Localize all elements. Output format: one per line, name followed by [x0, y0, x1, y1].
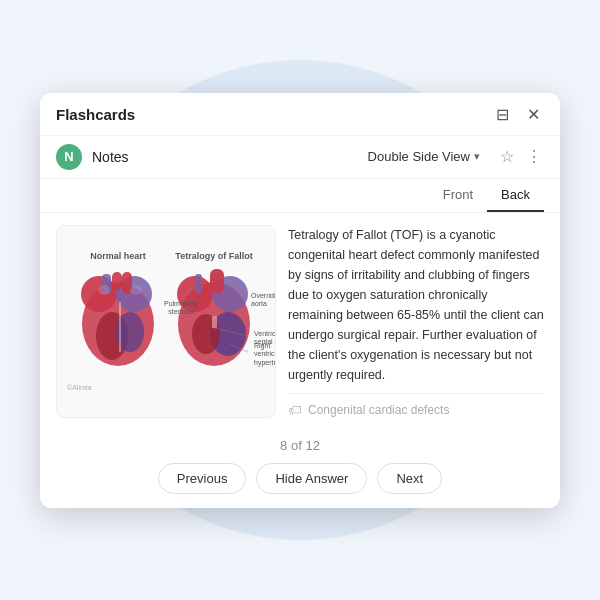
svg-rect-18: [212, 316, 217, 328]
notes-label: Notes: [92, 149, 350, 165]
tag-label: Congenital cardiac defects: [308, 403, 449, 417]
normal-heart-svg: [74, 264, 162, 374]
heart-diagram-container: Normal heart: [65, 251, 267, 391]
tab-front[interactable]: Front: [429, 179, 487, 212]
flashcard-window: Flashcards ⊟ ✕ N Notes Double Side View …: [40, 93, 560, 508]
copyright-text: ©Alinda: [67, 384, 92, 391]
title-bar: Flashcards ⊟ ✕: [40, 93, 560, 136]
notes-icon-badge: N: [56, 144, 82, 170]
toolbar-actions: ☆ ⋮: [498, 145, 544, 168]
hide-answer-button[interactable]: Hide Answer: [256, 463, 367, 494]
pagination-text: 8 of 12: [280, 438, 320, 453]
tag-area: 🏷 Congenital cardiac defects: [288, 393, 544, 418]
close-button[interactable]: ✕: [523, 105, 544, 125]
chevron-down-icon: ▾: [474, 150, 480, 163]
normal-heart-label: Normal heart: [90, 251, 146, 261]
svg-rect-15: [195, 274, 202, 294]
heart-row: Normal heart: [74, 251, 258, 374]
footer-buttons: Previous Hide Answer Next: [158, 463, 442, 494]
window-controls: ⊟ ✕: [492, 105, 544, 125]
footer: 8 of 12 Previous Hide Answer Next: [40, 430, 560, 508]
more-button[interactable]: ⋮: [524, 145, 544, 168]
previous-button[interactable]: Previous: [158, 463, 247, 494]
tof-heart-wrap: Tetralogy of Fallot: [170, 251, 258, 272]
tab-bar: Front Back: [40, 179, 560, 213]
tab-back[interactable]: Back: [487, 179, 544, 212]
card-content: Normal heart: [40, 213, 560, 430]
svg-point-10: [130, 285, 142, 295]
toolbar: N Notes Double Side View ▾ ☆ ⋮: [40, 136, 560, 179]
view-label: Double Side View: [368, 149, 470, 164]
text-panel: Tetralogy of Fallot (TOF) is a cyanotic …: [288, 225, 544, 418]
tof-heart-svg: [170, 264, 258, 374]
view-selector[interactable]: Double Side View ▾: [360, 145, 488, 168]
tag-icon: 🏷: [288, 402, 302, 418]
svg-point-1: [81, 276, 117, 312]
next-button[interactable]: Next: [377, 463, 442, 494]
svg-point-9: [98, 285, 110, 295]
normal-heart-wrap: Normal heart: [74, 251, 162, 374]
svg-rect-4: [112, 272, 122, 290]
minimize-button[interactable]: ⊟: [492, 105, 513, 125]
tof-heart-label: Tetralogy of Fallot: [175, 251, 252, 261]
image-panel: Normal heart: [56, 225, 276, 418]
svg-rect-14: [210, 269, 224, 293]
star-button[interactable]: ☆: [498, 145, 516, 168]
window-title: Flashcards: [56, 106, 135, 123]
card-body-text: Tetralogy of Fallot (TOF) is a cyanotic …: [288, 225, 544, 385]
